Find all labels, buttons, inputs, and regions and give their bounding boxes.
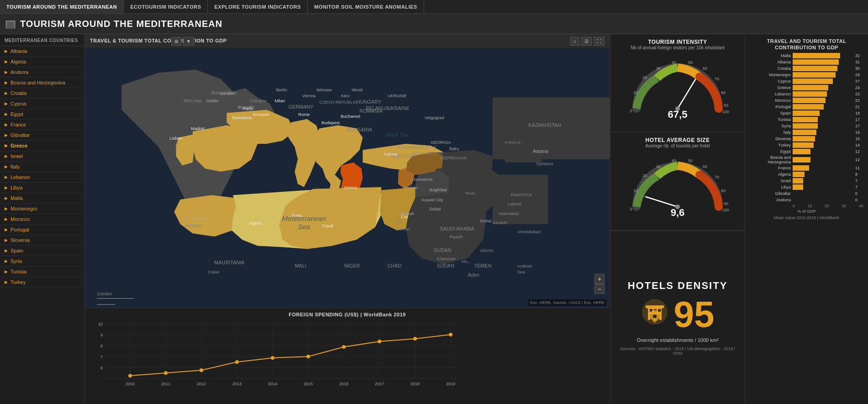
sidebar-arrow-icon: ▶ xyxy=(5,59,8,64)
sidebar-item-spain[interactable]: ▶Spain xyxy=(0,246,84,256)
svg-point-117 xyxy=(164,371,168,375)
svg-text:Ahmedabad: Ahmedabad xyxy=(517,229,541,234)
sidebar-arrow-icon: ▶ xyxy=(5,70,8,74)
sidebar-item-turkey[interactable]: ▶Turkey xyxy=(0,277,84,288)
svg-text:SAUDI ARABIA: SAUDI ARABIA xyxy=(440,226,475,231)
sidebar-item-slovenia[interactable]: ▶Slovenia xyxy=(0,235,84,246)
sidebar-item-albania[interactable]: ▶Albania xyxy=(0,46,84,57)
sidebar-item-montenegro[interactable]: ▶Montenegro xyxy=(0,204,84,214)
sidebar-item-andorra[interactable]: ▶Andorra xyxy=(0,67,84,78)
bar-value: 8 xyxy=(855,172,863,177)
svg-text:0: 0 xyxy=(630,207,632,211)
sidebar-item-portugal[interactable]: ▶Portugal xyxy=(0,225,84,235)
map-zoom-in-btn[interactable]: + xyxy=(594,274,605,284)
bar-row-france: France 11 xyxy=(750,165,863,171)
tab-explore-tourism[interactable]: EXPLORE TOURISM INDICATORS xyxy=(208,0,308,13)
bar-track xyxy=(793,85,852,90)
map-toolbar-layers-btn[interactable]: ▼ xyxy=(183,37,194,46)
svg-rect-24 xyxy=(493,97,610,159)
sidebar-item-greece[interactable]: ▶Greece xyxy=(0,141,84,151)
bar-label: Bosnia and Herzegovina xyxy=(750,155,791,164)
bar-value: 18 xyxy=(855,111,863,115)
sidebar-item-syria[interactable]: ▶Syria xyxy=(0,256,84,267)
bar-label: Libya xyxy=(750,185,791,189)
svg-text:UKRAINE: UKRAINE xyxy=(388,105,410,111)
bar-track xyxy=(793,165,852,171)
sidebar-item-libya[interactable]: ▶Libya xyxy=(0,183,84,193)
sidebar-item-morocco[interactable]: ▶Morocco xyxy=(0,214,84,225)
svg-text:Mediterranean: Mediterranean xyxy=(282,215,326,222)
svg-text:40: 40 xyxy=(672,60,676,65)
sidebar-item-lebanon[interactable]: ▶Lebanon xyxy=(0,172,84,183)
tab-ecotourism[interactable]: ECOTOURISM INDICATORS xyxy=(124,0,208,13)
sidebar-arrow-icon: ▶ xyxy=(5,112,8,116)
bar-label: Andorra xyxy=(750,198,791,202)
bar-fill xyxy=(793,91,827,97)
svg-point-116 xyxy=(128,374,132,378)
sidebar-item-malta[interactable]: ▶Malta xyxy=(0,193,84,204)
bar-label: France xyxy=(750,166,791,170)
sidebar-item-gibraltar[interactable]: ▶Gibraltar xyxy=(0,130,84,141)
bar-row-cyprus: Cyprus 27 xyxy=(750,79,863,84)
bar-fill xyxy=(793,59,839,65)
map-zoom-out-btn[interactable]: − xyxy=(594,284,605,294)
sidebar-arrow-icon: ▶ xyxy=(5,143,8,148)
bar-fill xyxy=(793,130,816,135)
hotel-avg-size-panel: HOTEL AVERAGE SIZE Average nb. of touris… xyxy=(610,132,745,231)
contribution-chart-panel: TRAVEL AND TOURISM TOTAL CONTRIBUTION TO… xyxy=(745,34,868,404)
sidebar-item-croatia[interactable]: ▶Croatia xyxy=(0,88,84,99)
sidebar-item-cyprus[interactable]: ▶Cyprus xyxy=(0,99,84,109)
map-home-btn[interactable]: ⌂ xyxy=(570,37,579,46)
svg-text:AZERBAIJAN: AZERBAIJAN xyxy=(440,155,467,160)
svg-point-122 xyxy=(342,345,346,349)
svg-text:Baku: Baku xyxy=(449,146,459,151)
sidebar-item-israel[interactable]: ▶Israel xyxy=(0,151,84,162)
bar-value: 31 xyxy=(855,60,863,64)
bar-value: 21 xyxy=(855,105,863,109)
svg-rect-3 xyxy=(14,21,15,28)
bar-value: 27 xyxy=(855,79,863,84)
bar-track xyxy=(793,142,852,148)
svg-text:CZECH REPUBLIC: CZECH REPUBLIC xyxy=(320,100,358,105)
bar-track xyxy=(793,79,852,84)
svg-text:Athens: Athens xyxy=(344,185,358,190)
map-toolbar-grid-btn[interactable]: ⊞ xyxy=(171,37,181,46)
svg-text:7: 7 xyxy=(100,355,103,359)
bar-row-algeria: Algeria 8 xyxy=(750,172,863,177)
bar-label: Slovenia xyxy=(750,136,791,141)
svg-line-161 xyxy=(646,197,678,207)
tab-soil-moisture[interactable]: MONITOR SOIL MOISTURE ANOMALIES xyxy=(308,0,424,13)
hotels-density-title: HOTELS DENSITY xyxy=(628,280,728,292)
sidebar-item-italy[interactable]: ▶Italy xyxy=(0,162,84,172)
svg-text:20: 20 xyxy=(642,173,647,178)
sidebar-item-egypt[interactable]: ▶Egypt xyxy=(0,109,84,120)
bar-value: 7 xyxy=(855,185,863,189)
sidebar-arrow-icon: ▶ xyxy=(5,133,8,137)
svg-text:20: 20 xyxy=(642,75,647,80)
tab-tourism-mediterranean[interactable]: TOURISM AROUND THE MEDITERRANEAN xyxy=(0,0,124,13)
svg-text:Vienna: Vienna xyxy=(302,93,316,98)
map-list-btn[interactable]: ☰ xyxy=(581,37,592,46)
sidebar-item-tunisia[interactable]: ▶Tunisia xyxy=(0,267,84,277)
sidebar-item-france[interactable]: ▶France xyxy=(0,120,84,130)
svg-text:Bucharest: Bucharest xyxy=(341,114,360,119)
svg-text:Riyadh: Riyadh xyxy=(449,234,463,239)
svg-text:Damascus: Damascus xyxy=(412,177,433,182)
svg-text:10: 10 xyxy=(633,189,638,193)
bar-fill xyxy=(793,157,810,163)
svg-text:MALI: MALI xyxy=(295,263,306,268)
sidebar-item-algeria[interactable]: ▶Algeria xyxy=(0,57,84,67)
svg-text:KAZAKHSTAN: KAZAKHSTAN xyxy=(528,122,561,128)
svg-text:2017: 2017 xyxy=(375,382,384,386)
bar-fill xyxy=(793,110,820,116)
line-chart-svg: 10 9 8 7 6 xyxy=(90,320,464,391)
bar-track xyxy=(793,98,852,103)
bar-track xyxy=(793,59,852,65)
bar-value: 0 xyxy=(855,191,863,196)
bar-fill xyxy=(793,79,833,84)
map-fullscreen-btn[interactable]: ⛶ xyxy=(594,37,605,46)
svg-text:70: 70 xyxy=(715,77,719,81)
sidebar-item-bosnia-and-herzegovina[interactable]: ▶Bosnia and Herzegovina xyxy=(0,78,84,88)
svg-text:Tripoli: Tripoli xyxy=(321,223,333,228)
svg-text:90: 90 xyxy=(724,103,728,108)
